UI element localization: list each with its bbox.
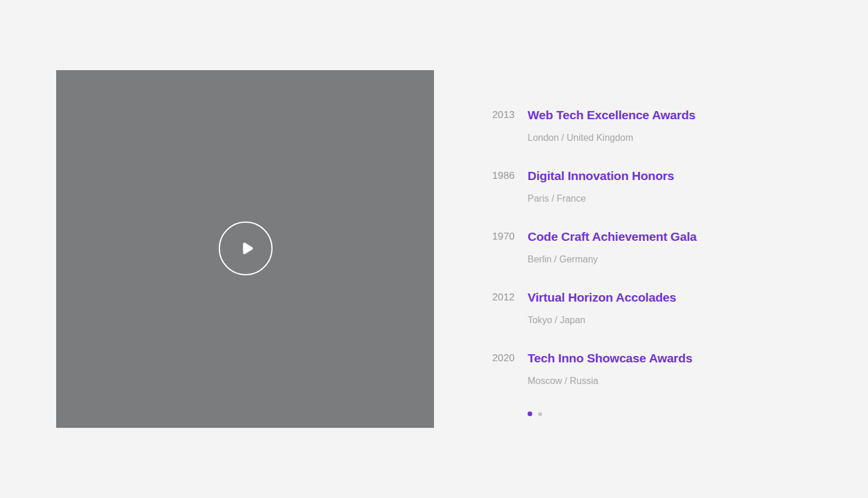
award-location: London / United Kingdom (528, 132, 819, 144)
pagination-dot-active[interactable] (528, 411, 532, 416)
award-item: 2013 Web Tech Excellence Awards London /… (491, 108, 819, 144)
play-button[interactable] (219, 222, 273, 275)
award-item: 1970 Code Craft Achievement Gala Berlin … (491, 229, 819, 265)
page: 2013 Web Tech Excellence Awards London /… (0, 0, 868, 498)
award-item: 2012 Virtual Horizon Accolades Tokyo / J… (491, 290, 819, 326)
award-location: Moscow / Russia (528, 375, 819, 387)
award-title-link[interactable]: Digital Innovation Honors (528, 168, 819, 184)
awards-list: 2013 Web Tech Excellence Awards London /… (491, 108, 819, 416)
award-year: 2020 (491, 351, 515, 366)
award-title-link[interactable]: Code Craft Achievement Gala (528, 229, 819, 244)
award-title-link[interactable]: Web Tech Excellence Awards (528, 108, 819, 123)
award-item: 2020 Tech Inno Showcase Awards Moscow / … (491, 351, 819, 387)
award-item: 1986 Digital Innovation Honors Paris / F… (491, 168, 819, 205)
award-location: Paris / France (528, 193, 819, 205)
award-location: Berlin / Germany (528, 254, 819, 265)
award-year: 2012 (491, 290, 515, 305)
pagination-dot[interactable] (538, 412, 542, 416)
play-icon (236, 240, 256, 257)
award-year: 1986 (491, 168, 515, 184)
award-year: 2013 (491, 108, 515, 123)
video-placeholder[interactable] (56, 70, 434, 428)
award-year: 1970 (491, 229, 515, 244)
pagination (491, 411, 819, 416)
award-title-link[interactable]: Tech Inno Showcase Awards (528, 351, 819, 366)
award-location: Tokyo / Japan (528, 314, 819, 326)
award-title-link[interactable]: Virtual Horizon Accolades (528, 290, 819, 305)
